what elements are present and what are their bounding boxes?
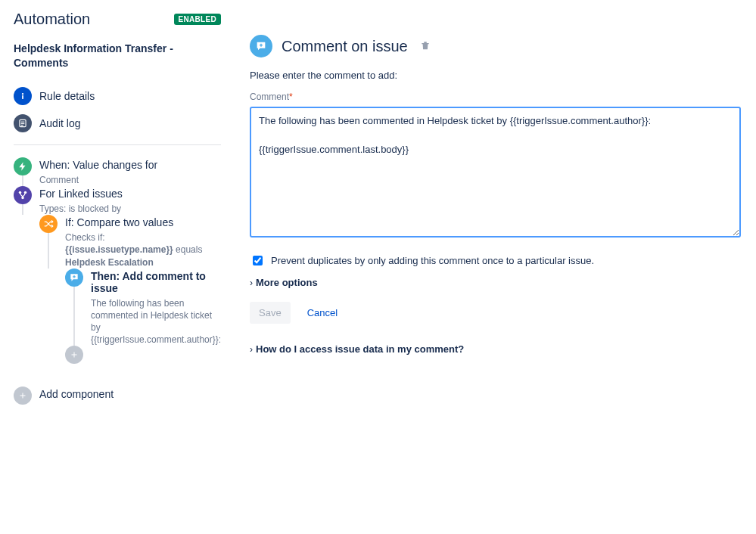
panel-title: Comment on issue bbox=[282, 38, 408, 55]
node-title: Then: Add comment to issue bbox=[91, 270, 221, 294]
svg-rect-1 bbox=[22, 95, 23, 99]
help-label: How do I access issue data in my comment… bbox=[256, 343, 464, 355]
node-title: When: Value changes for bbox=[39, 159, 157, 171]
cond-expr: {{issue.issuetype.name}} bbox=[65, 244, 173, 255]
plus-icon bbox=[14, 387, 32, 405]
node-sub: Comment bbox=[39, 174, 157, 186]
divider bbox=[14, 144, 221, 145]
bolt-icon bbox=[14, 157, 32, 175]
panel-hint: Please enter the comment to add: bbox=[250, 70, 741, 81]
add-component-button[interactable]: Add component bbox=[14, 387, 221, 405]
svg-point-6 bbox=[19, 191, 22, 194]
node-sub: The following has been commented in Help… bbox=[91, 297, 221, 346]
menu-label: Audit log bbox=[39, 117, 80, 129]
info-icon bbox=[14, 87, 32, 105]
status-badge: ENABLED bbox=[174, 14, 221, 25]
prevent-duplicates-label: Prevent duplicates by only adding this c… bbox=[271, 255, 594, 266]
cond-op: equals bbox=[176, 244, 202, 255]
node-action[interactable]: Then: Add comment to issue The following… bbox=[65, 269, 221, 346]
delete-button[interactable] bbox=[420, 40, 431, 53]
add-inner-button-row bbox=[65, 346, 221, 364]
node-title: If: Compare two values bbox=[65, 216, 221, 228]
shuffle-icon bbox=[39, 215, 58, 233]
node-sub: Checks if: {{issue.issuetype.name}} equa… bbox=[65, 231, 221, 269]
cond-lead: Checks if: bbox=[65, 232, 105, 243]
menu-rule-details[interactable]: Rule details bbox=[14, 82, 221, 110]
cancel-button[interactable]: Cancel bbox=[303, 306, 342, 319]
list-icon bbox=[14, 114, 32, 132]
node-trigger[interactable]: When: Value changes for Comment bbox=[14, 157, 221, 186]
more-options-toggle[interactable]: › More options bbox=[250, 277, 741, 288]
cond-val: Helpdesk Escalation bbox=[65, 257, 154, 268]
add-component-label: Add component bbox=[39, 388, 114, 400]
more-options-label: More options bbox=[256, 277, 318, 288]
menu-audit-log[interactable]: Audit log bbox=[14, 110, 221, 137]
comment-label: Comment* bbox=[250, 92, 741, 102]
save-button[interactable]: Save bbox=[250, 302, 291, 324]
node-title: For Linked issues bbox=[39, 188, 123, 200]
comment-add-icon bbox=[65, 269, 83, 287]
svg-point-7 bbox=[24, 191, 27, 194]
help-toggle[interactable]: › How do I access issue data in my comme… bbox=[250, 343, 741, 355]
node-branch[interactable]: For Linked issues Types: is blocked by bbox=[14, 186, 221, 215]
node-condition[interactable]: If: Compare two values Checks if: {{issu… bbox=[39, 215, 221, 269]
page-title: Automation bbox=[14, 11, 90, 28]
chevron-right-icon: › bbox=[250, 278, 253, 288]
comment-textarea[interactable] bbox=[250, 107, 741, 238]
chevron-right-icon: › bbox=[250, 344, 253, 355]
add-step-button[interactable] bbox=[65, 346, 83, 364]
menu-label: Rule details bbox=[39, 90, 95, 102]
svg-point-0 bbox=[22, 93, 23, 95]
branch-icon bbox=[14, 186, 32, 204]
comment-add-icon bbox=[250, 35, 272, 57]
rule-name: Helpdesk Information Transfer - Comments bbox=[14, 42, 221, 70]
node-sub: Types: is blocked by bbox=[39, 203, 123, 215]
prevent-duplicates-checkbox[interactable] bbox=[253, 256, 263, 265]
